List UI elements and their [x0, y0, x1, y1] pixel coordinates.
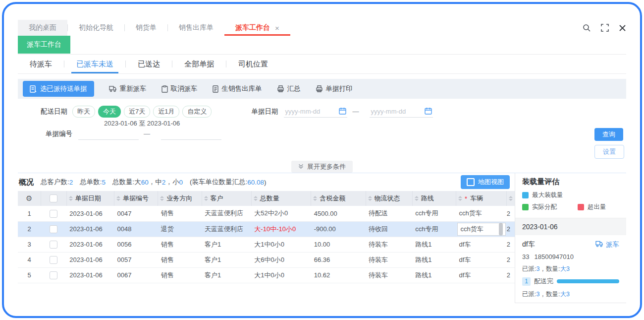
select-all-checkbox[interactable]	[50, 194, 57, 202]
header-vehicle[interactable]: 车辆	[470, 194, 483, 203]
vehicle-name: df车	[522, 240, 535, 249]
legend-swatch-green	[522, 204, 529, 210]
doc-number-filter: 单据编号 —	[46, 128, 221, 140]
entry-info: 已派:3，数量:大3	[522, 265, 619, 273]
window-tab-init-nav[interactable]: 初始化导航	[68, 20, 124, 36]
pill-today[interactable]: 今天	[98, 106, 121, 118]
summarize-button[interactable]: 汇总	[277, 84, 301, 93]
table-row[interactable]: 4 2023-01-06 0057 销售 客户1 大6中0小0 66.36 待装…	[18, 252, 515, 267]
tab-to-dispatch[interactable]: 待派车	[18, 55, 64, 73]
sort-icon[interactable]	[368, 196, 372, 201]
tab-dispatched-not-sent[interactable]: 已派车未送	[64, 55, 125, 73]
row-checkbox[interactable]	[50, 225, 57, 233]
tab-label: 全部单据	[184, 60, 214, 69]
entry-info: 已派:3，数量:大3	[522, 290, 619, 299]
row-checkbox[interactable]	[50, 210, 57, 218]
header-route[interactable]: 路线	[421, 194, 434, 203]
query-button[interactable]: 查询	[594, 128, 623, 141]
row-number: 3	[18, 237, 41, 252]
row-checkbox[interactable]	[50, 241, 57, 249]
sort-icon[interactable]	[313, 196, 317, 201]
row-checkbox[interactable]	[50, 271, 57, 279]
header-customer[interactable]: 客户	[211, 194, 223, 203]
cell-vehicle[interactable]: df车	[456, 237, 507, 252]
table-row[interactable]: 1 2023-01-06 0047 销售 天蓝蓝便利店 大52中2小0 4500…	[18, 206, 515, 221]
sort-icon[interactable]	[509, 196, 513, 201]
table-scrollbar-thumb[interactable]	[499, 223, 503, 236]
pill-custom[interactable]: 自定义	[182, 106, 212, 118]
row-checkbox[interactable]	[50, 256, 57, 264]
legend-max-load: 最大装载量	[522, 191, 619, 199]
window-tab-sales-outbound[interactable]: 销售出库单	[168, 20, 224, 36]
pill-last-7-days[interactable]: 近7天	[124, 106, 150, 118]
window-tab-desktop[interactable]: 我的桌面	[18, 20, 67, 36]
cell-doc-number: 0056	[114, 237, 158, 252]
pill-last-month[interactable]: 近1月	[153, 106, 179, 118]
table-row[interactable]: 3 2023-01-06 0056 销售 客户1 大1中0小0 10.00 待装…	[18, 237, 515, 252]
sort-icon[interactable]	[415, 196, 419, 201]
sort-icon[interactable]	[69, 196, 73, 201]
settings-button[interactable]: 设置	[594, 145, 624, 159]
doc-date-end-input[interactable]	[370, 106, 433, 118]
tab-delivered[interactable]: 已送达	[126, 55, 172, 73]
qty-label: ，数量:	[539, 265, 560, 272]
total-customers-label: 总客户数:	[41, 178, 69, 187]
qty-small-value: 0	[179, 179, 183, 186]
header-business-direction[interactable]: 业务方向	[166, 194, 192, 203]
create-outbound-order-button[interactable]: 生销售出库单	[213, 84, 262, 93]
cell-vehicle[interactable]: df车	[456, 252, 507, 267]
table-row[interactable]: 5 2023-01-06 0067 销售 客户1 大1中0小0 10.62 待装…	[18, 267, 515, 283]
sort-icon[interactable]	[254, 196, 258, 201]
page-title-row: 派车工作台	[18, 36, 626, 55]
doc-date-start-wrap	[284, 106, 347, 118]
cell-business-direction: 销售	[158, 237, 202, 252]
calendar-icon[interactable]	[425, 107, 432, 117]
sort-icon[interactable]	[160, 196, 164, 201]
fullscreen-icon[interactable]	[601, 24, 609, 32]
column-settings-gear-icon[interactable]: ⚙	[26, 194, 32, 203]
header-doc-number[interactable]: 单据编号	[123, 194, 149, 203]
tab-label: 司机位置	[238, 60, 268, 69]
doc-number-start-input[interactable]	[78, 128, 139, 140]
tab-all-orders[interactable]: 全部单据	[172, 55, 226, 73]
cell-vehicle[interactable]: df车	[456, 267, 507, 283]
tab-driver-location[interactable]: 司机位置	[226, 55, 280, 73]
sort-icon[interactable]	[204, 196, 208, 201]
dispatch-link[interactable]: 派车	[595, 240, 619, 249]
window-tab-bar: 我的桌面 初始化导航 销货单 销售出库单 派车工作台 ×	[18, 20, 626, 36]
table-row-selected[interactable]: 2 2023-01-06 0048 退货 天蓝蓝便利店 大-10中-10小0 -…	[18, 221, 515, 237]
cell-logistics-status: 待收回	[366, 221, 412, 237]
sort-icon[interactable]	[458, 196, 462, 201]
window-tab-dispatch-workbench[interactable]: 派车工作台 ×	[224, 20, 290, 36]
map-view-button[interactable]: 地图视图	[461, 175, 510, 189]
total-orders-label: 总单数:	[80, 178, 102, 187]
range-separator: —	[352, 106, 359, 118]
window-tab-sales-order[interactable]: 销货单	[125, 20, 167, 36]
search-icon[interactable]	[583, 24, 591, 32]
doc-number-end-input[interactable]	[161, 128, 221, 140]
doc-date-start-input[interactable]	[284, 106, 347, 118]
doc-date-filter: 单据日期 —	[251, 106, 433, 118]
cell-doc-number: 0048	[114, 221, 158, 237]
pill-yesterday[interactable]: 昨天	[72, 106, 95, 118]
header-total-qty[interactable]: 总数量	[260, 194, 279, 203]
panel-date-header[interactable]: 2023-01-06	[515, 218, 626, 235]
page-title-badge: 派车工作台	[18, 36, 70, 54]
header-amount[interactable]: 含税金额	[320, 194, 345, 203]
select-dispatched-orders-button[interactable]: 选已派待送单据	[23, 81, 94, 97]
vehicle-row: df车 派车	[515, 235, 626, 249]
cancel-dispatch-button[interactable]: 取消派车	[161, 84, 198, 93]
close-icon[interactable]	[619, 24, 626, 32]
print-order-button[interactable]: 单据打印	[316, 84, 353, 93]
re-dispatch-button[interactable]: 重新派车	[109, 84, 147, 93]
sort-icon[interactable]	[116, 196, 120, 201]
header-doc-date[interactable]: 单据日期	[75, 194, 101, 203]
button-label: 取消派车	[171, 84, 198, 93]
tab-close-icon[interactable]: ×	[275, 24, 279, 32]
cell-route: 路线1	[412, 252, 456, 267]
entry-index-badge: 2	[522, 303, 531, 304]
calendar-icon[interactable]	[339, 107, 346, 117]
cell-vehicle[interactable]: cch货车	[456, 206, 507, 221]
header-logistics-status[interactable]: 物流状态	[375, 194, 400, 203]
expand-more-conditions-button[interactable]: 展开更多条件	[291, 161, 353, 173]
